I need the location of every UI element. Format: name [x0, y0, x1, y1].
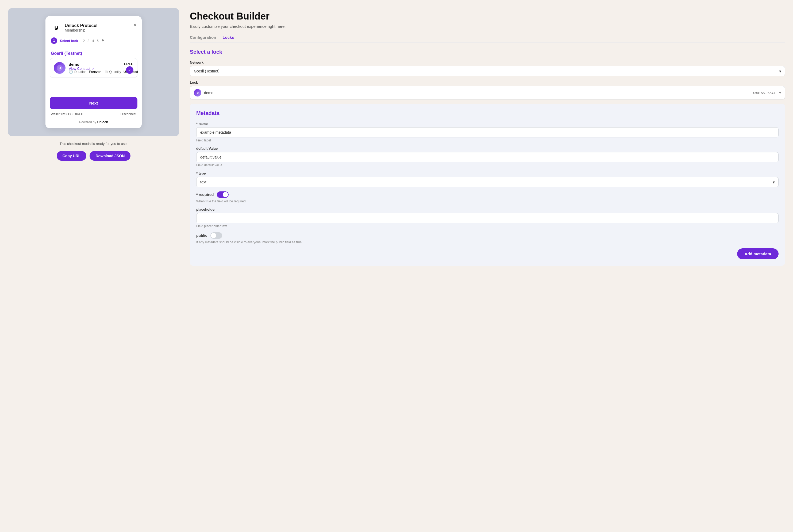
required-label: * required: [196, 192, 214, 197]
duration-value: Forever: [89, 70, 100, 74]
default-value-hint: Field default value: [196, 163, 778, 167]
step-5-number: 5: [97, 39, 99, 43]
unlock-logo-icon: ⊍: [51, 22, 61, 33]
wallet-address: Wallet: 0x8D33...8AFD: [51, 112, 83, 116]
tabs-row: Configuration Locks: [190, 35, 785, 42]
tab-configuration[interactable]: Configuration: [190, 35, 216, 42]
required-toggle-row: * required: [196, 191, 778, 198]
modal-powered-by: Powered by Unlock: [45, 119, 142, 128]
public-hint: If any metadata should be visible to eve…: [196, 240, 778, 244]
modal-network-label: Goerli (Testnet): [45, 47, 142, 58]
lock-selector-address: 0x0155...6b47: [753, 91, 775, 95]
step-3-number: 3: [88, 39, 89, 43]
chevron-down-icon: ▾: [779, 91, 781, 95]
type-field-label: * type: [196, 171, 778, 175]
public-field-group: public If any metadata should be visible…: [196, 232, 778, 244]
page-title: Checkout Builder: [190, 11, 785, 22]
type-select[interactable]: text email number date: [196, 177, 778, 187]
modal-brand: ⊍ Unlock Protocol Membership: [51, 22, 98, 33]
placeholder-input[interactable]: [196, 213, 778, 223]
placeholder-hint: Field placeholder text: [196, 224, 778, 228]
name-field-hint: Field label: [196, 138, 778, 142]
lock-free-badge: FREE: [124, 62, 133, 66]
powered-brand: Unlock: [97, 120, 108, 124]
ready-text: This checkout modal is ready for you to …: [60, 142, 128, 146]
clock-icon: 🕐: [69, 70, 73, 74]
type-field-group: * type text email number date: [196, 171, 778, 187]
grid-icon: ⊞: [105, 70, 108, 74]
action-buttons: Copy URL Download JSON: [57, 151, 131, 161]
step-1-label: Select lock: [60, 39, 78, 43]
checkout-modal: ⊍ Unlock Protocol Membership × 1 Select …: [45, 16, 142, 128]
network-select[interactable]: Goerli (Testnet): [190, 66, 785, 76]
lock-selector-name: demo: [204, 91, 213, 95]
required-hint: When true the field will be required: [196, 200, 778, 203]
modal-wrapper: ⊍ Unlock Protocol Membership × 1 Select …: [8, 8, 179, 136]
lock-name: demo: [69, 62, 133, 66]
name-field-label: * name: [196, 122, 778, 126]
modal-brand-text: Unlock Protocol Membership: [65, 23, 98, 32]
default-value-input[interactable]: [196, 152, 778, 162]
modal-header: ⊍ Unlock Protocol Membership ×: [45, 16, 142, 33]
public-toggle[interactable]: [210, 232, 222, 239]
type-select-wrapper: text email number date: [196, 177, 778, 187]
lock-field-group: Lock ⊍ demo 0x0155...6b47 ▾: [190, 80, 785, 99]
modal-wallet-row: Wallet: 0x8D33...8AFD Disconnect: [45, 112, 142, 119]
step-1-indicator: 1: [51, 37, 57, 44]
network-field-group: Network Goerli (Testnet): [190, 60, 785, 76]
default-value-field-group: default Value Field default value: [196, 147, 778, 167]
svg-text:⊍: ⊍: [54, 24, 58, 31]
placeholder-field-group: placeholder Field placeholder text: [196, 207, 778, 228]
quantity-label: Quantity: [109, 70, 121, 74]
metadata-title: Metadata: [196, 110, 778, 116]
required-toggle-thumb: [223, 192, 228, 197]
lock-card[interactable]: ⊍ demo View Contract ↗ FREE 🕐 Duration F…: [50, 58, 137, 78]
required-toggle[interactable]: [217, 191, 229, 198]
lock-field-label: Lock: [190, 80, 785, 84]
tab-locks[interactable]: Locks: [223, 35, 234, 42]
next-button[interactable]: Next: [50, 97, 137, 109]
brand-subtitle: Membership: [65, 28, 98, 32]
name-field-group: * name Field label: [196, 122, 778, 142]
copy-url-button[interactable]: Copy URL: [57, 151, 87, 161]
step-4-number: 4: [92, 39, 94, 43]
download-json-button[interactable]: Download JSON: [90, 151, 131, 161]
step-2-number: 2: [83, 39, 85, 43]
metadata-config-card: Metadata * name Field label default Valu…: [190, 104, 785, 266]
public-toggle-thumb: [211, 233, 216, 238]
modal-steps: 1 Select lock 2 3 4 5 ⚑: [45, 33, 142, 44]
lock-icon: ⊍: [54, 62, 65, 74]
required-field-group: * required When true the field will be r…: [196, 191, 778, 203]
modal-close-button[interactable]: ×: [133, 22, 136, 27]
default-value-label: default Value: [196, 147, 778, 151]
network-label: Network: [190, 60, 785, 64]
step-flag-icon: ⚑: [101, 38, 105, 43]
right-panel: Checkout Builder Easily customize your c…: [190, 8, 785, 271]
public-toggle-row: public: [196, 232, 778, 239]
duration-label: Duration: [74, 70, 87, 74]
lock-duration: 🕐 Duration Forever: [69, 70, 100, 74]
add-metadata-button[interactable]: Add metadata: [737, 248, 778, 259]
network-select-wrapper: Goerli (Testnet): [190, 66, 785, 76]
modal-spacer: [45, 81, 142, 97]
add-metadata-row: Add metadata: [196, 248, 778, 259]
left-panel: ⊍ Unlock Protocol Membership × 1 Select …: [8, 8, 179, 161]
svg-text:⊍: ⊍: [58, 66, 61, 70]
placeholder-label: placeholder: [196, 207, 778, 211]
select-lock-title: Select a lock: [190, 49, 785, 55]
brand-name: Unlock Protocol: [65, 23, 98, 28]
lock-check-icon: ✓: [126, 66, 133, 74]
lock-selector[interactable]: ⊍ demo 0x0155...6b47 ▾: [190, 86, 785, 99]
disconnect-button[interactable]: Disconnect: [120, 112, 136, 116]
public-label: public: [196, 233, 207, 238]
name-field-input[interactable]: [196, 127, 778, 137]
lock-selector-icon: ⊍: [194, 89, 201, 96]
page-subtitle: Easily customize your checkout experienc…: [190, 24, 785, 28]
svg-text:⊍: ⊍: [197, 91, 199, 94]
lock-info: demo View Contract ↗: [69, 62, 133, 71]
